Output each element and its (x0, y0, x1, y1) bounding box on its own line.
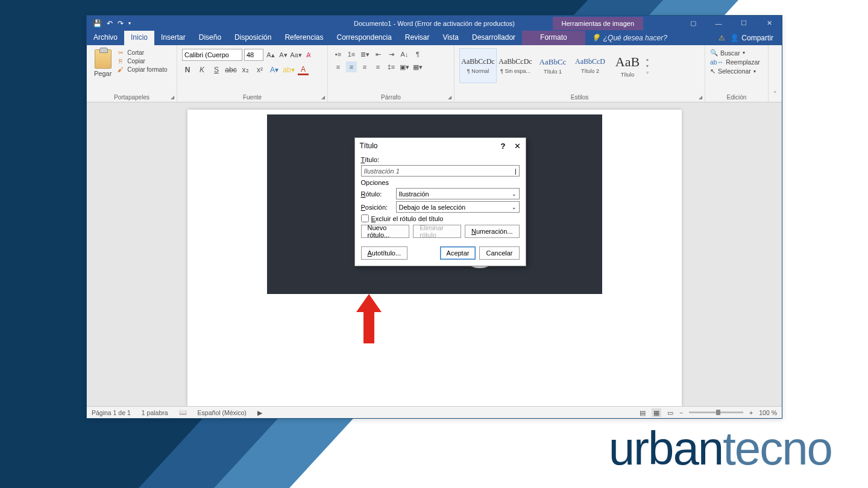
accept-button[interactable]: Aceptar (440, 246, 476, 260)
tab-correspondencia[interactable]: Correspondencia (330, 31, 398, 45)
copy-button[interactable]: ⎘Copiar (116, 58, 167, 64)
numbering-icon[interactable]: 1≡ (346, 49, 357, 60)
share-label: Compartir (741, 34, 773, 42)
zoom-in-icon[interactable]: + (749, 409, 753, 416)
style-titulo1[interactable]: AaBbCcTítulo 1 (534, 48, 571, 83)
rotulo-dropdown[interactable]: Ilustración⌄ (396, 188, 520, 199)
styles-gallery[interactable]: AaBbCcDc¶ Normal AaBbCcDc¶ Sin espa... A… (459, 47, 700, 83)
select-button[interactable]: ↖Seleccionar▾ (710, 67, 763, 75)
justify-icon[interactable]: ≡ (373, 61, 383, 72)
dialog-close-icon[interactable]: ✕ (514, 142, 521, 151)
change-case-icon[interactable]: Aa▾ (291, 49, 301, 60)
bold-icon[interactable]: N (182, 64, 193, 75)
ribbon-options-icon[interactable]: ▢ (681, 16, 706, 31)
tab-inicio[interactable]: Inicio (124, 31, 154, 45)
paragraph-launcher-icon[interactable]: ◢ (448, 95, 451, 100)
underline-icon[interactable]: S (211, 64, 222, 75)
zoom-out-icon[interactable]: − (679, 409, 683, 416)
clipboard-launcher-icon[interactable]: ◢ (171, 95, 174, 100)
tab-insertar[interactable]: Insertar (154, 31, 192, 45)
outdent-icon[interactable]: ⇤ (373, 49, 383, 60)
read-mode-icon[interactable]: ▤ (640, 409, 646, 416)
print-layout-icon[interactable]: ▦ (652, 408, 661, 417)
spellcheck-icon[interactable]: 📖 (179, 408, 187, 416)
tab-disposicion[interactable]: Disposición (228, 31, 278, 45)
borders-icon[interactable]: ▦▾ (412, 61, 423, 72)
font-size-input[interactable] (244, 49, 263, 61)
font-color-icon[interactable]: A (298, 64, 309, 75)
styles-launcher-icon[interactable]: ◢ (699, 95, 702, 100)
collapse-ribbon-icon[interactable]: ˄ (769, 45, 782, 102)
undo-icon[interactable]: ↶ (107, 19, 113, 28)
tab-archivo[interactable]: Archivo (87, 31, 124, 45)
status-page[interactable]: Página 1 de 1 (92, 409, 131, 416)
sort-icon[interactable]: A↓ (399, 49, 410, 60)
shading-icon[interactable]: ▣▾ (399, 61, 410, 72)
autotitle-button[interactable]: Autotítulo... (361, 246, 408, 260)
macro-icon[interactable]: ▶ (257, 409, 262, 416)
status-words[interactable]: 1 palabra (142, 409, 168, 416)
style-sin-espaciado[interactable]: AaBbCcDc¶ Sin espa... (497, 48, 534, 83)
posicion-value: Debajo de la selección (399, 204, 466, 211)
numbering-button[interactable]: Numeración... (465, 225, 519, 238)
style-preview: AaBbCcDc (461, 57, 494, 66)
show-marks-icon[interactable]: ¶ (412, 49, 423, 60)
zoom-level[interactable]: 100 % (759, 409, 777, 416)
style-titulo[interactable]: AaBTítulo (609, 48, 646, 83)
tab-formato[interactable]: Formato (522, 31, 585, 45)
align-center-icon[interactable]: ≡ (346, 61, 357, 72)
line-spacing-icon[interactable]: ‡≡ (386, 61, 397, 72)
styles-more-icon[interactable]: ▿ (646, 70, 655, 75)
save-icon[interactable]: 💾 (93, 19, 102, 28)
subscript-icon[interactable]: x₂ (240, 64, 251, 75)
style-titulo2[interactable]: AaBbCcDTítulo 2 (571, 48, 609, 83)
paste-button[interactable]: Pegar (92, 47, 114, 80)
tab-diseno[interactable]: Diseño (192, 31, 228, 45)
tab-desarrollador[interactable]: Desarrollador (465, 31, 522, 45)
close-icon[interactable]: ✕ (756, 16, 782, 31)
warning-icon[interactable]: ⚠ (719, 34, 725, 42)
styles-scroll-up-icon[interactable]: ▴ (646, 57, 655, 62)
qat-more-icon[interactable]: ▾ (128, 20, 131, 26)
italic-icon[interactable]: K (197, 64, 207, 75)
highlight-icon[interactable]: ab▾ (283, 64, 294, 75)
replace-button[interactable]: ab↔Reemplazar (710, 58, 763, 66)
font-launcher-icon[interactable]: ◢ (321, 95, 325, 100)
minimize-icon[interactable]: — (706, 16, 731, 31)
tab-vista[interactable]: Vista (436, 31, 465, 45)
new-label-button[interactable]: Nuevo rótulo... (361, 225, 410, 238)
clear-format-icon[interactable]: A̷ (303, 49, 314, 60)
exclude-checkbox[interactable] (361, 214, 369, 222)
grow-font-icon[interactable]: A▴ (265, 49, 276, 60)
bullets-icon[interactable]: •≡ (333, 49, 344, 60)
cancel-button[interactable]: Cancelar (479, 246, 519, 260)
superscript-icon[interactable]: x² (254, 64, 265, 75)
multilevel-icon[interactable]: ≣▾ (359, 49, 370, 60)
web-layout-icon[interactable]: ▭ (667, 409, 673, 416)
help-icon[interactable]: ? (501, 142, 506, 151)
font-name-input[interactable] (182, 49, 242, 61)
zoom-slider[interactable] (689, 411, 743, 413)
align-left-icon[interactable]: ≡ (333, 61, 344, 72)
format-painter-button[interactable]: 🖌Copiar formato (116, 66, 167, 73)
strikethrough-icon[interactable]: abc (225, 64, 236, 75)
styles-scroll-down-icon[interactable]: ▾ (646, 63, 655, 69)
redo-icon[interactable]: ↷ (118, 19, 124, 28)
indent-icon[interactable]: ⇥ (386, 49, 397, 60)
inserted-image[interactable]: Título ? ✕ Título: Ilustración 1| Opcion… (267, 114, 602, 294)
tab-revisar[interactable]: Revisar (398, 31, 436, 45)
posicion-dropdown[interactable]: Debajo de la selección⌄ (396, 201, 520, 213)
find-button[interactable]: 🔍Buscar▾ (710, 49, 763, 57)
align-right-icon[interactable]: ≡ (359, 61, 370, 72)
status-language[interactable]: Español (México) (198, 409, 247, 416)
tell-me-search[interactable]: 💡 ¿Qué desea hacer? (585, 31, 673, 45)
share-button[interactable]: 👤Compartir (730, 34, 773, 42)
shrink-font-icon[interactable]: A▾ (278, 49, 289, 60)
style-normal[interactable]: AaBbCcDc¶ Normal (459, 48, 497, 83)
tab-referencias[interactable]: Referencias (278, 31, 330, 45)
maximize-icon[interactable]: ☐ (731, 16, 756, 31)
text-effects-icon[interactable]: A▾ (269, 64, 280, 75)
brand-part1: urban (609, 422, 723, 475)
caption-text-input[interactable]: Ilustración 1| (361, 165, 520, 177)
cut-button[interactable]: ✂Cortar (116, 49, 167, 56)
